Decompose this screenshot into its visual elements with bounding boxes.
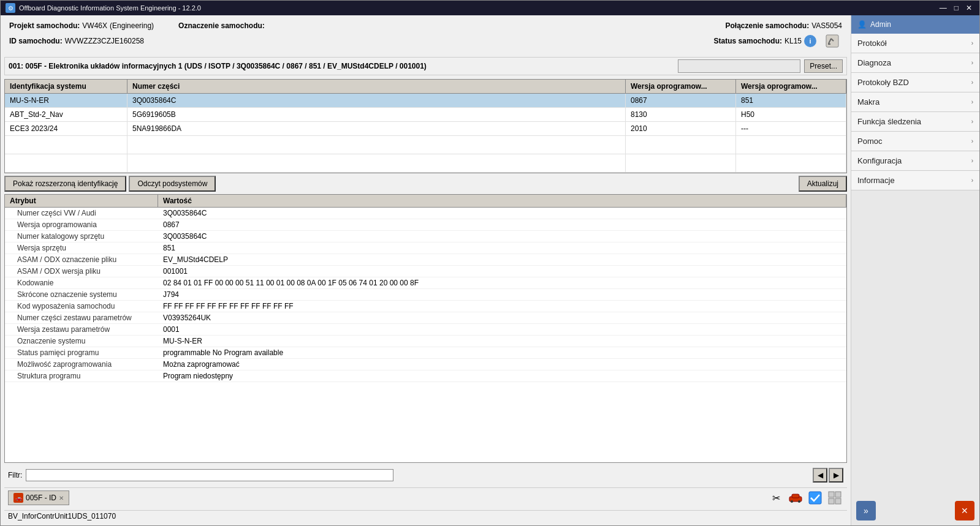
attr-row[interactable]: ASAM / ODX oznaczenie pliku EV_MUStd4CDE… (5, 254, 846, 266)
sidebar-item-protokol-label: Protokół (857, 39, 887, 48)
close-button[interactable]: ✕ (963, 4, 974, 12)
attr-row[interactable]: Oznaczenie systemu MU-S-N-ER (5, 336, 846, 347)
row2-numer: 5G6919605B (127, 108, 626, 121)
edit-icon[interactable] (822, 31, 842, 51)
filter-input[interactable] (26, 469, 393, 481)
polaczenie-value: VAS5054 (811, 21, 842, 30)
car-button[interactable] (787, 489, 804, 506)
row3-numer: 5NA919866DA (127, 122, 626, 135)
maximize-button[interactable]: □ (952, 4, 961, 12)
chevron-icon-6: › (971, 157, 973, 164)
attr-row[interactable]: Wersja zestawu parametrów 0001 (5, 324, 846, 336)
sidebar-item-pomoc[interactable]: Pomoc › (851, 132, 979, 151)
pokaz-button[interactable]: Pokaż rozszerzoną identyfikację (4, 176, 126, 192)
sidebar-forward-button[interactable]: » (856, 501, 876, 520)
row2-wersja2: H50 (736, 108, 846, 121)
chevron-icon-4: › (971, 118, 973, 125)
attr-row[interactable]: Numer części VW / Audi 3Q0035864C (5, 208, 846, 219)
attr-row[interactable]: Możliwość zaprogramowania Można zaprogra… (5, 359, 846, 370)
attr-row[interactable]: Numer katalogowy sprzętu 3Q0035864C (5, 231, 846, 242)
check-button[interactable] (807, 489, 824, 506)
chevron-icon-2: › (971, 79, 973, 86)
attr-name: Kodowanie (5, 277, 158, 288)
chevron-icon-0: › (971, 40, 973, 47)
sidebar-item-konfiguracja[interactable]: Konfiguracja › (851, 151, 979, 171)
sidebar-item-informacje[interactable]: Informacje › (851, 171, 979, 190)
svg-point-7 (798, 500, 800, 503)
grid-button[interactable] (826, 489, 843, 506)
table-row[interactable]: MU-S-N-ER 3Q0035864C 0867 851 (5, 94, 846, 108)
attr-name: Numer części zestawu parametrów (5, 312, 158, 323)
row3-wersja1: 2010 (626, 122, 736, 135)
attr-val: 02 84 01 01 FF 00 00 00 51 11 00 01 00 0… (158, 277, 846, 288)
table-row[interactable]: ABT_Std-2_Nav 5G6919605B 8130 H50 (5, 108, 846, 122)
info-icon[interactable]: i (804, 35, 816, 47)
sidebar-item-makra[interactable]: Makra › (851, 92, 979, 112)
attr-val: 0001 (158, 324, 846, 335)
attr-name: Numer części VW / Audi (5, 208, 158, 219)
filter-next-button[interactable]: ▶ (829, 468, 843, 483)
col-header-wersja2: Wersja oprogramow... (736, 80, 846, 93)
row1-id: MU-S-N-ER (5, 94, 127, 107)
tab-bar: 🚗 005F - ID ✕ ✂ (4, 487, 847, 508)
svg-rect-11 (829, 498, 834, 504)
table-row-empty2 (5, 154, 846, 173)
preset-button[interactable]: Preset... (804, 59, 843, 73)
cut-button[interactable]: ✂ (767, 489, 784, 506)
attr-row[interactable]: Wersja sprzętu 851 (5, 242, 846, 254)
attr-row[interactable]: Status pamięci programu programmable No … (5, 347, 846, 359)
row2-wersja1: 8130 (626, 108, 736, 121)
header-rows: Projekt samochodu: VW46X (Engineering) O… (9, 21, 842, 51)
attr-name: Możliwość zaprogramowania (5, 359, 158, 370)
engineering-value: (Engineering) (110, 21, 154, 30)
attr-name: ASAM / ODX oznaczenie pliku (5, 254, 158, 265)
attr-name: Status pamięci programu (5, 347, 158, 358)
attr-val: FF FF FF FF FF FF FF FF FF FF FF FF (158, 301, 846, 312)
attr-row[interactable]: Skrócone oznaczenie systemu J794 (5, 289, 846, 301)
odczyt-button[interactable]: Odczyt podsystemów (129, 176, 216, 192)
attr-val: 0867 (158, 219, 846, 230)
aktualizuj-button[interactable]: Aktualizuj (799, 176, 847, 192)
sidebar-item-informacje-label: Informacje (857, 176, 895, 185)
tab-005f[interactable]: 🚗 005F - ID ✕ (8, 490, 69, 505)
sidebar-item-konfiguracja-label: Konfiguracja (857, 156, 902, 165)
polaczenie-label: Połączenie samochodu: (725, 21, 809, 30)
window-title: Offboard Diagnostic Information System E… (19, 4, 201, 12)
attr-row[interactable]: Struktura programu Program niedostępny (5, 370, 846, 382)
attr-row[interactable]: Kod wyposażenia samochodu FF FF FF FF FF… (5, 301, 846, 312)
bottom-icons: ✂ (767, 489, 843, 506)
tab-close-icon[interactable]: ✕ (59, 495, 64, 502)
row1-wersja1: 0867 (626, 94, 736, 107)
attr-name: Wersja zestawu parametrów (5, 324, 158, 335)
action-buttons: Pokaż rozszerzoną identyfikację Odczyt p… (4, 176, 847, 192)
attr-col-header: Atrybut (5, 195, 158, 207)
attr-row[interactable]: Numer części zestawu parametrów V0393526… (5, 312, 846, 324)
sidebar-item-protokoly-bzd[interactable]: Protokoły BZD › (851, 73, 979, 92)
attr-row[interactable]: Wersja oprogramowania 0867 (5, 219, 846, 231)
preset-input[interactable] (678, 59, 800, 73)
sidebar-item-funkcja-sledzenia[interactable]: Funkcja śledzenia › (851, 112, 979, 132)
app-icon: ⚙ (6, 3, 15, 13)
table-row[interactable]: ECE3 2023/24 5NA919866DA 2010 --- (5, 122, 846, 136)
chevron-icon-3: › (971, 99, 973, 105)
attr-row[interactable]: ASAM / ODX wersja pliku 001001 (5, 266, 846, 277)
sidebar-item-protokol[interactable]: Protokół › (851, 34, 979, 53)
attr-row[interactable]: Kodowanie 02 84 01 01 FF 00 00 00 51 11 … (5, 277, 846, 289)
sidebar-item-diagnoza[interactable]: Diagnoza › (851, 53, 979, 73)
val-col-header: Wartość (158, 195, 846, 207)
filter-label: Filtr: (8, 471, 22, 479)
row2-id: ABT_Std-2_Nav (5, 108, 127, 121)
filter-nav: ◀ ▶ (813, 468, 843, 483)
id-label: ID samochodu: (9, 37, 63, 45)
attr-scroll-container: Numer części VW / Audi 3Q0035864C Wersja… (5, 208, 846, 462)
titlebar: ⚙ Offboard Diagnostic Information System… (1, 1, 979, 15)
projekt-group: Projekt samochodu: VW46X (Engineering) (9, 21, 154, 30)
svg-rect-0 (826, 35, 838, 47)
sidebar-item-diagnoza-label: Diagnoza (857, 58, 891, 67)
minimize-button[interactable]: — (937, 4, 949, 12)
sidebar-close-button[interactable]: ✕ (955, 501, 974, 520)
attr-scroll-inner[interactable]: Numer części VW / Audi 3Q0035864C Wersja… (5, 208, 846, 462)
filter-prev-button[interactable]: ◀ (813, 468, 827, 483)
table-row-empty (5, 136, 846, 154)
chevron-icon-1: › (971, 59, 973, 66)
